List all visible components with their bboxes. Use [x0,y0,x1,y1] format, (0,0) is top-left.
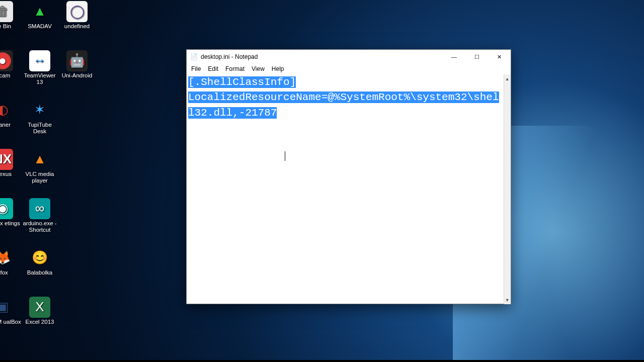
icon-label: arduino.exe - Shortcut [21,220,58,233]
close-button[interactable]: ✕ [488,50,511,64]
desktop-icon-fontnexus[interactable]: NXtNexus [0,149,21,177]
desktop-icon-bandicam[interactable]: ●dicam [0,50,21,79]
desktop-icon-excel[interactable]: XExcel 2013 [21,297,58,325]
icon-label: cle Bin [0,23,21,30]
taskbar-edge [0,360,644,362]
icon-label: Balabolka [21,269,58,276]
vlc-icon: ▲ [29,149,50,170]
webex-icon: ◉ [0,198,13,219]
virtualbox-icon: ▣ [0,297,13,318]
firefox-icon: 🦊 [0,247,13,268]
icon-label: leaner [0,122,21,128]
desktop-icon-smadav[interactable]: ▲SMADAV [21,1,58,30]
desktop-icon-recycle-bin[interactable]: 🗑cle Bin [0,1,21,30]
scroll-down-button[interactable]: ▼ [504,296,511,304]
notepad-window[interactable]: 📄 desktop.ini - Notepad — ☐ ✕ File Edit … [186,49,511,304]
balabolka-icon: 😊 [29,247,50,268]
bandicam-icon: ● [0,50,13,71]
icon-label: TeamViewer 13 [21,72,58,85]
desktop-icon-undefined[interactable]: ◯undefined [58,1,96,30]
desktop-icon-arduino[interactable]: ∞arduino.exe - Shortcut [21,198,58,233]
icon-label: efox [0,269,21,276]
icon-label: cle VM ualBox [0,319,21,325]
desktop-icon-ccleaner[interactable]: ◐leaner [0,100,21,128]
icon-label: Webex etings [0,220,21,227]
scroll-up-button[interactable]: ▲ [504,74,511,83]
recycle-bin-icon: 🗑 [0,1,13,22]
maximize-button[interactable]: ☐ [465,50,488,64]
menu-file[interactable]: File [188,65,204,73]
desktop-icon-webex[interactable]: ◉Webex etings [0,198,21,227]
menubar: File Edit Format View Help [187,64,511,74]
undefined-icon: ◯ [66,1,88,22]
menu-edit[interactable]: Edit [204,65,222,73]
arduino-icon: ∞ [29,198,50,219]
desktop-icon-teamviewer[interactable]: ↔TeamViewer 13 [21,50,58,85]
desktop-icon-firefox[interactable]: 🦊efox [0,247,21,276]
icon-label: Uni-Android [58,72,96,79]
icon-label: TupiTube Desk [21,122,58,135]
icon-label: VLC media player [21,171,58,184]
icon-label: SMADAV [21,23,58,30]
titlebar[interactable]: 📄 desktop.ini - Notepad — ☐ ✕ [187,50,511,64]
icon-label: tNexus [0,171,21,177]
desktop-icon-vlc[interactable]: ▲VLC media player [21,149,58,184]
desktop-icon-uni-android[interactable]: 🤖Uni-Android [58,50,96,79]
excel-icon: X [29,297,50,318]
desktop[interactable]: 🗑cle Bin▲SMADAV◯undefined●dicam↔TeamView… [0,0,644,362]
tupitube-icon: ✶ [29,100,50,121]
ccleaner-icon: ◐ [0,100,13,121]
teamviewer-icon: ↔ [29,50,50,71]
menu-help[interactable]: Help [268,65,288,73]
icon-label: dicam [0,72,21,79]
menu-view[interactable]: View [248,65,268,73]
window-title: desktop.ini - Notepad [201,53,258,60]
notepad-icon: 📄 [190,53,198,61]
desktop-icon-virtualbox[interactable]: ▣cle VM ualBox [0,297,21,325]
minimize-button[interactable]: — [443,50,465,64]
desktop-icon-tupitube[interactable]: ✶TupiTube Desk [21,100,58,135]
selected-text: [.ShellClassInfo] LocalizedResourceName=… [188,76,499,119]
fontnexus-icon: NX [0,149,13,170]
uni-android-icon: 🤖 [66,50,88,71]
icon-label: undefined [58,23,96,30]
text-area[interactable]: [.ShellClassInfo] LocalizedResourceName=… [187,74,504,304]
text-caret [285,151,285,161]
icon-label: Excel 2013 [21,319,58,325]
menu-format[interactable]: Format [222,65,248,73]
vertical-scrollbar[interactable]: ▲ ▼ [504,74,511,304]
smadav-icon: ▲ [29,1,50,22]
desktop-icon-balabolka[interactable]: 😊Balabolka [21,247,58,276]
